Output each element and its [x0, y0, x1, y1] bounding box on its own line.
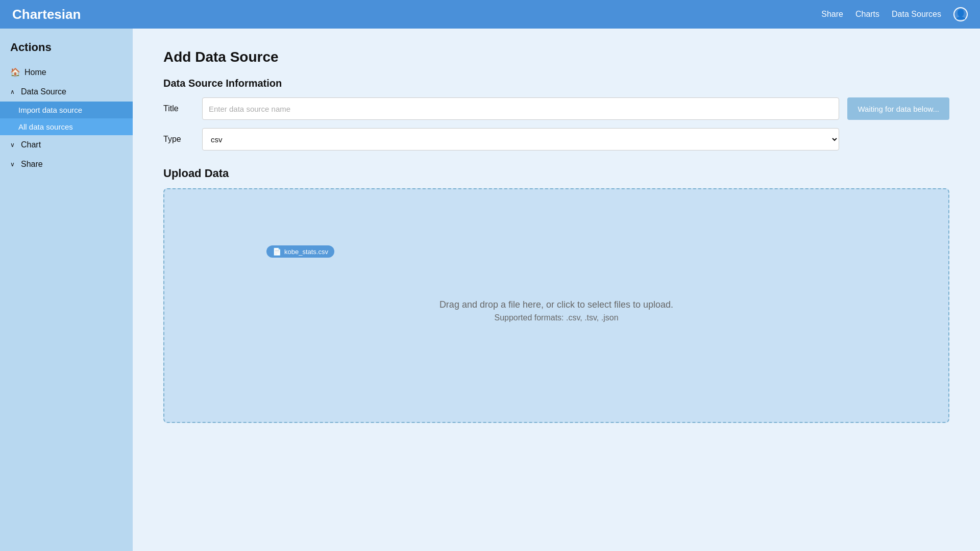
- sidebar: Actions 🏠 Home ∧ Data Source Import data…: [0, 29, 133, 551]
- sidebar-item-all-data-sources[interactable]: All data sources: [0, 118, 133, 135]
- file-chip-label: kobe_stats.csv: [284, 248, 328, 256]
- app-title: Chartesian: [12, 7, 81, 22]
- sidebar-share-label: Share: [21, 160, 43, 169]
- upload-formats-text: Supported formats: .csv, .tsv, .json: [494, 313, 618, 322]
- share-nav-link[interactable]: Share: [821, 10, 843, 19]
- data-source-info-title: Data Source Information: [163, 78, 949, 89]
- page-title: Add Data Source: [163, 49, 949, 65]
- upload-dropzone[interactable]: 📄 kobe_stats.csv Drag and drop a file he…: [163, 188, 949, 423]
- header-nav: Share Charts Data Sources 👤: [821, 7, 968, 21]
- sidebar-item-chart[interactable]: ∨ Chart: [0, 135, 133, 155]
- type-form-row: Type csv tsv json: [163, 128, 839, 151]
- chevron-up-icon: ∧: [10, 88, 15, 95]
- user-avatar-icon[interactable]: 👤: [953, 7, 968, 21]
- file-chip: 📄 kobe_stats.csv: [266, 245, 334, 258]
- title-form-row: Title: [163, 97, 839, 120]
- main-layout: Actions 🏠 Home ∧ Data Source Import data…: [0, 29, 980, 551]
- data-sources-nav-link[interactable]: Data Sources: [892, 10, 941, 19]
- upload-section-title: Upload Data: [163, 167, 949, 180]
- sidebar-item-import-data-source[interactable]: Import data source: [0, 102, 133, 118]
- app-header: Chartesian Share Charts Data Sources 👤: [0, 0, 980, 29]
- sidebar-section-title: Actions: [0, 41, 133, 62]
- import-data-source-label: Import data source: [18, 106, 82, 114]
- main-content: Add Data Source Data Source Information …: [133, 29, 980, 551]
- sidebar-item-data-source[interactable]: ∧ Data Source: [0, 82, 133, 102]
- all-data-sources-label: All data sources: [18, 122, 73, 131]
- sidebar-chart-label: Chart: [21, 140, 41, 149]
- form-area: Title Type csv tsv json Waiting for data…: [163, 97, 949, 159]
- sidebar-data-source-label: Data Source: [21, 87, 66, 96]
- file-icon: 📄: [273, 247, 281, 256]
- type-select[interactable]: csv tsv json: [202, 128, 839, 151]
- title-label: Title: [163, 104, 194, 113]
- sidebar-item-home[interactable]: 🏠 Home: [0, 62, 133, 82]
- title-input[interactable]: [202, 97, 839, 120]
- sidebar-home-label: Home: [24, 68, 46, 77]
- chevron-down-share-icon: ∨: [10, 161, 15, 168]
- form-fields: Title Type csv tsv json: [163, 97, 839, 159]
- upload-drag-text: Drag and drop a file here, or click to s…: [439, 299, 673, 310]
- home-icon: 🏠: [10, 67, 20, 77]
- charts-nav-link[interactable]: Charts: [855, 10, 879, 19]
- type-label: Type: [163, 135, 194, 144]
- waiting-button[interactable]: Waiting for data below...: [847, 97, 949, 120]
- chevron-down-chart-icon: ∨: [10, 141, 15, 148]
- sidebar-item-share[interactable]: ∨ Share: [0, 155, 133, 174]
